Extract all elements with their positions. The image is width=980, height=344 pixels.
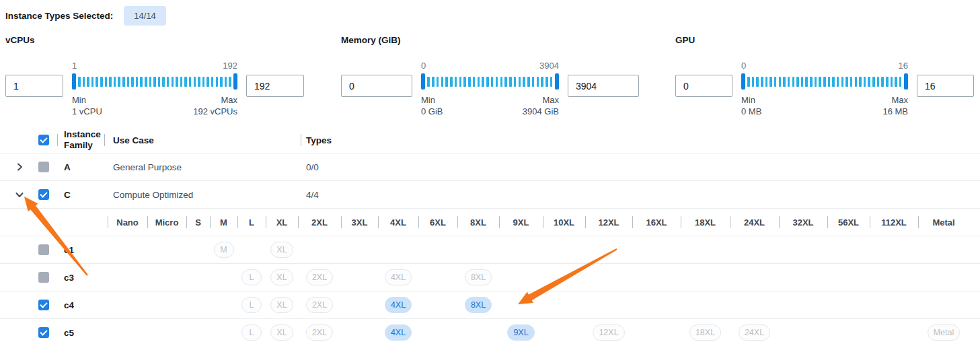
slider-tick	[815, 77, 817, 87]
instance-types-selected-label: Instance Types Selected:	[5, 11, 113, 21]
instance-checkbox-c3[interactable]	[38, 272, 49, 283]
slider-tick	[463, 77, 466, 87]
size-column-header-metal: Metal	[918, 209, 969, 236]
size-column-label: S	[195, 217, 201, 228]
size-column-label: XL	[276, 217, 288, 228]
instance-sizes: LXL2XL4XL8XL	[108, 264, 969, 291]
size-cell-c1-m: M	[210, 236, 237, 263]
gpu-filter: GPU 0 16 Min 0 MB Max 16 MB	[675, 35, 974, 117]
size-pill-c3-2xl[interactable]: 2XL	[306, 269, 333, 286]
vcpus-min-input[interactable]	[5, 75, 63, 97]
instance-row-c3: c3LXL2XL4XL8XL	[0, 264, 980, 291]
size-pill-c3-l[interactable]: L	[241, 269, 262, 286]
vcpus-max-input[interactable]	[246, 75, 304, 97]
size-pill-c4-8xl[interactable]: 8XL	[465, 297, 492, 314]
size-column-label: 16XL	[646, 217, 667, 228]
size-cell-c4-56xl	[827, 291, 870, 318]
size-cell-c5-3xl	[341, 319, 378, 344]
vcpus-max-caption-block: Max 192 vCPUs	[193, 94, 237, 117]
slider-handle-min[interactable]	[421, 73, 425, 90]
slider-tick	[198, 77, 200, 87]
size-pill-c3-4xl[interactable]: 4XL	[385, 269, 412, 286]
size-cell-c4-9xl	[499, 291, 543, 318]
size-pill-c5-2xl[interactable]: 2XL	[306, 324, 333, 341]
slider-tick	[486, 77, 489, 87]
size-pill-c1-m[interactable]: M	[214, 242, 234, 259]
size-pill-c4-4xl[interactable]: 4XL	[385, 297, 412, 314]
size-cell-c4-12xl	[585, 291, 632, 318]
size-pill-c5-24xl[interactable]: 24XL	[739, 324, 770, 341]
size-cell-c1-6xl	[418, 236, 457, 263]
size-column-header-112xl: 112XL	[870, 209, 918, 236]
size-pill-c4-l[interactable]: L	[241, 297, 262, 314]
instance-table: Instance Family Use Case Types A General…	[0, 127, 980, 344]
size-pill-c5-12xl[interactable]: 12XL	[593, 324, 624, 341]
chevron-right-icon	[14, 162, 25, 172]
slider-tick	[864, 77, 866, 87]
size-cell-c1-9xl	[499, 236, 543, 263]
size-cell-c4-m	[210, 291, 237, 318]
gpu-min-input[interactable]	[675, 75, 732, 97]
size-cell-c1-16xl	[632, 236, 681, 263]
slider-handle-min[interactable]	[72, 73, 76, 90]
size-cell-c1-32xl	[779, 236, 827, 263]
size-pill-c4-xl[interactable]: XL	[270, 297, 293, 314]
size-pill-c3-xl[interactable]: XL	[270, 269, 293, 286]
slider-tick	[131, 77, 134, 87]
slider-tick	[519, 77, 521, 87]
slider-tick	[473, 77, 476, 87]
slider-handle-max[interactable]	[555, 73, 559, 90]
instance-family-label: c1	[64, 245, 74, 255]
gpu-slider-track[interactable]	[741, 73, 908, 90]
size-pill-c1-xl[interactable]: XL	[270, 242, 293, 259]
slider-handle-max[interactable]	[904, 73, 908, 90]
slider-tick	[172, 77, 174, 87]
column-header-types: Types	[306, 135, 332, 145]
table-header-row: Instance Family Use Case Types	[0, 127, 980, 153]
size-column-label: 9XL	[513, 217, 529, 228]
size-cell-c4-s	[186, 291, 210, 318]
size-cell-c4-l: L	[237, 291, 266, 318]
family-checkbox-a[interactable]	[38, 162, 49, 172]
instance-checkbox-c5[interactable]	[38, 327, 49, 338]
size-column-label: 3XL	[352, 217, 368, 228]
memory-min-input[interactable]	[341, 75, 412, 97]
types-count: 4/4	[306, 190, 319, 200]
family-checkbox-c[interactable]	[38, 189, 49, 200]
slider-tick	[850, 77, 853, 87]
size-pill-c3-8xl[interactable]: 8XL	[465, 269, 492, 286]
size-pill-c5-4xl[interactable]: 4XL	[385, 324, 412, 341]
expand-row-button[interactable]	[13, 161, 26, 173]
size-pill-c5-metal[interactable]: Metal	[928, 324, 960, 341]
vcpus-slider-track[interactable]	[72, 73, 237, 90]
size-column-header-3xl: 3XL	[341, 209, 378, 236]
slider-tick	[841, 77, 844, 87]
slider-tick	[105, 77, 108, 87]
instance-checkbox-c1[interactable]	[38, 244, 49, 255]
select-all-checkbox[interactable]	[38, 135, 49, 145]
size-column-header-56xl: 56XL	[827, 209, 870, 236]
memory-max-input[interactable]	[568, 75, 639, 97]
slider-handle-max[interactable]	[233, 73, 237, 90]
slider-tick	[545, 77, 548, 87]
slider-tick	[537, 77, 539, 87]
size-column-header-16xl: 16XL	[632, 209, 681, 236]
gpu-max-input[interactable]	[917, 75, 974, 97]
slider-tick	[194, 77, 196, 87]
vcpus-range-labels: 1 192	[72, 61, 237, 71]
size-pill-c5-xl[interactable]: XL	[270, 324, 293, 341]
size-pill-c4-2xl[interactable]: 2XL	[306, 297, 333, 314]
slider-tick	[886, 77, 889, 87]
size-column-label: 112XL	[881, 217, 907, 228]
size-cell-c4-24xl	[730, 291, 779, 318]
size-pill-c5-18xl[interactable]: 18XL	[689, 324, 721, 341]
collapse-row-button[interactable]	[13, 188, 26, 201]
memory-slider-track[interactable]	[421, 73, 559, 90]
slider-handle-min[interactable]	[741, 73, 745, 90]
vcpus-slider-captions: Min 1 vCPU Max 192 vCPUs	[72, 94, 237, 117]
size-cell-c1-nano	[108, 236, 147, 263]
instance-checkbox-c4[interactable]	[38, 300, 49, 310]
size-cell-c3-32xl	[779, 264, 827, 291]
size-pill-c5-9xl[interactable]: 9XL	[507, 324, 534, 341]
size-pill-c5-l[interactable]: L	[241, 324, 262, 341]
